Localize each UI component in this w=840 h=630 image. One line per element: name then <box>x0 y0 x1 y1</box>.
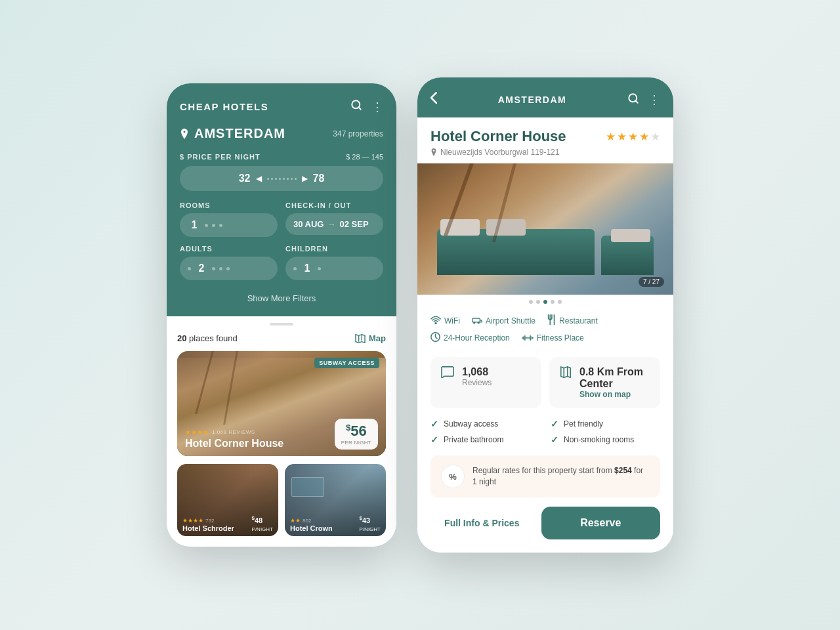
hotel-cards-small: ★★★★ 732 Hotel Schroder $48P/NIGHT ★★ 80… <box>167 464 396 547</box>
hotel-photo[interactable]: 7 / 27 <box>417 163 673 295</box>
hotel-price-value: 56 <box>350 423 366 439</box>
features-section: ✓ Subway access ✓ Pet friendly ✓ Private… <box>417 416 673 453</box>
hotel-price-large: $56 PER NIGHT <box>335 419 378 450</box>
distance-value: 0.8 Km From Center <box>579 366 650 390</box>
promo-banner: % Regular rates for this property start … <box>430 455 660 497</box>
feature-bathroom: ✓ Private bathroom <box>430 434 540 445</box>
menu-icon[interactable]: ⋮ <box>371 100 383 114</box>
fitness-icon <box>522 333 534 343</box>
adults-label: ADULTS <box>180 245 278 253</box>
rooms-stepper[interactable]: 1 <box>180 213 278 237</box>
adults-stepper[interactable]: 2 <box>180 257 278 280</box>
feature-subway-label: Subway access <box>444 419 498 429</box>
children-filter: CHILDREN 1 <box>285 245 383 280</box>
right-phone: AMSTERDAM ⋮ Hotel Corner House ★ ★ ★ ★ ★ <box>417 77 673 553</box>
checkin-arrow: → <box>327 220 335 229</box>
wifi-label: WiFi <box>444 316 460 326</box>
drag-handle <box>270 323 293 326</box>
svg-point-6 <box>435 322 436 324</box>
photo-counter: 7 / 27 <box>639 277 664 287</box>
hotel-stars: ★★★★ <box>185 429 209 436</box>
hotel-card-small-1[interactable]: ★★★★ 732 Hotel Schroder $48P/NIGHT <box>177 464 278 536</box>
hotel-title-section: Hotel Corner House ★ ★ ★ ★ ★ Nieuwezijds… <box>417 117 673 163</box>
photo-dot-1[interactable] <box>529 300 533 304</box>
percent-icon: % <box>441 465 465 488</box>
children-label: CHILDREN <box>285 245 383 253</box>
feature-pet-label: Pet friendly <box>564 419 603 429</box>
price-range-slider[interactable]: 32 ◀ ▶ 78 <box>180 166 383 191</box>
map-label: Map <box>369 333 386 343</box>
reserve-button[interactable]: Reserve <box>541 507 660 539</box>
promo-text: Regular rates for this property start fr… <box>472 465 650 488</box>
amenity-airport-shuttle: Airport Shuttle <box>472 316 536 326</box>
photo-dot-3[interactable] <box>543 300 547 304</box>
map-icon <box>560 366 572 383</box>
left-phone: CHEAP HOTELS ⋮ AMSTERDAM 347 properties … <box>167 83 396 547</box>
adults-filter: ADULTS 2 <box>180 245 278 280</box>
hotel-card-small-2[interactable]: ★★ 802 Hotel Crown $43P/NIGHT <box>285 464 386 536</box>
photo-dot-5[interactable] <box>558 300 562 304</box>
price-range: $ 28 — 145 <box>346 153 383 161</box>
hotel-small-reviews-1: 732 <box>205 518 214 524</box>
search-icon[interactable] <box>350 99 362 114</box>
back-button[interactable] <box>430 92 437 107</box>
checkin-stepper[interactable]: 30 AUG → 02 SEP <box>285 213 383 235</box>
checkin-filter: CHECK-IN / OUT 30 AUG → 02 SEP <box>285 201 383 237</box>
promo-price: $254 <box>614 466 632 475</box>
feature-subway: ✓ Subway access <box>430 419 540 429</box>
right-menu-icon[interactable]: ⋮ <box>648 93 660 107</box>
range-left-arrow: ◀ <box>256 174 262 183</box>
hotel-card-large[interactable]: SUBWAY ACCESS ★★★★ 1,068 REVIEWS Hotel C… <box>177 351 386 456</box>
hotel-small-stars-2: ★★ <box>290 517 301 524</box>
svg-line-1 <box>358 107 360 109</box>
wifi-icon <box>430 316 441 326</box>
properties-count: 347 properties <box>333 129 383 138</box>
price-min: 32 <box>239 173 251 184</box>
right-search-icon[interactable] <box>627 93 639 107</box>
app-title: CHEAP HOTELS <box>180 101 268 112</box>
feature-nosmoking-label: Non-smoking rooms <box>564 435 634 444</box>
rooms-filter: ROOMS 1 <box>180 201 278 237</box>
reviews-label: Reviews <box>462 378 492 387</box>
show-more-filters[interactable]: Show More Filters <box>180 288 383 303</box>
location-name: AMSTERDAM <box>194 126 285 141</box>
reviews-number: 1,068 <box>462 366 492 378</box>
hotel-name-large: Hotel Corner House <box>185 438 284 450</box>
hotel-small-price-1: $48P/NIGHT <box>252 515 273 532</box>
photo-dot-2[interactable] <box>536 300 540 304</box>
fitness-label: Fitness Place <box>537 333 584 343</box>
map-link[interactable]: Map <box>355 333 386 343</box>
subway-badge: SUBWAY ACCESS <box>314 358 379 368</box>
restaurant-label: Restaurant <box>559 316 598 326</box>
checkout-date: 02 SEP <box>339 219 368 229</box>
location-stat[interactable]: 0.8 Km From Center Show on map <box>549 357 660 408</box>
rooms-label: ROOMS <box>180 201 278 209</box>
results-count: 20 places found <box>177 333 238 343</box>
price-max: 78 <box>313 173 325 184</box>
photo-dot-4[interactable] <box>551 300 555 304</box>
check-icon-subway: ✓ <box>430 419 438 429</box>
adults-value: 2 <box>195 262 208 274</box>
rooms-value: 1 <box>188 219 201 231</box>
feature-nosmoking: ✓ Non-smoking rooms <box>551 434 660 445</box>
hotel-small-stars-1: ★★★★ <box>182 517 203 524</box>
svg-point-9 <box>478 322 479 323</box>
amenity-wifi: WiFi <box>430 316 460 326</box>
show-on-map-link[interactable]: Show on map <box>579 390 650 399</box>
svg-point-8 <box>474 322 475 323</box>
photo-dots <box>417 295 673 309</box>
amenities-section: WiFi Airport Shuttle Restaurant <box>417 309 673 357</box>
left-header: CHEAP HOTELS ⋮ AMSTERDAM 347 properties … <box>167 83 396 316</box>
range-right-arrow: ▶ <box>302 174 308 183</box>
right-header-city: AMSTERDAM <box>498 94 567 105</box>
feature-pet: ✓ Pet friendly <box>551 419 660 429</box>
children-stepper[interactable]: 1 <box>285 257 383 280</box>
hotel-small-price-2: $43P/NIGHT <box>360 515 381 532</box>
hotel-detail-content: Hotel Corner House ★ ★ ★ ★ ★ Nieuwezijds… <box>417 117 673 553</box>
full-info-button[interactable]: Full Info & Prices <box>430 507 534 539</box>
reviews-count-sm: 1,068 REVIEWS <box>212 429 255 435</box>
hotel-small-reviews-2: 802 <box>303 518 311 524</box>
restaurant-icon <box>547 314 556 327</box>
reception-icon <box>430 332 440 344</box>
checkin-date: 30 AUG <box>293 219 324 229</box>
